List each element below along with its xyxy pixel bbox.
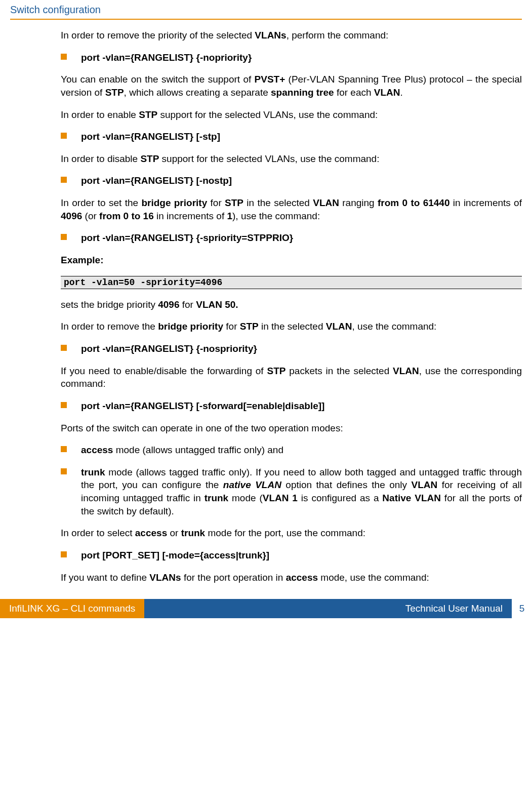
code-example: port -vlan=50 -spriority=4096 [61, 276, 522, 289]
paragraph: In order to remove the bridge priority f… [61, 320, 522, 333]
bullet-icon [61, 133, 67, 139]
mode-text: access mode (allows untagged traffic onl… [81, 444, 283, 457]
bullet-icon [61, 402, 67, 408]
paragraph: Ports of the switch can operate in one o… [61, 422, 522, 435]
paragraph: You can enable on the switch the support… [61, 73, 522, 99]
command-text: port -vlan={RANGELIST} [-sforward[=enabl… [81, 399, 324, 413]
command-item: port -vlan={RANGELIST} [-nostp] [61, 174, 522, 187]
command-item: port -vlan={RANGELIST} [-stp] [61, 130, 522, 143]
paragraph: In order to set the bridge priority for … [61, 196, 522, 222]
command-text: port -vlan={RANGELIST} [-stp] [81, 130, 220, 143]
footer-doc-title: InfiLINK XG – CLI commands [0, 599, 144, 618]
paragraph: If you need to enable/disable the forwar… [61, 365, 522, 390]
command-item: port -vlan={RANGELIST} {-spriority=STPPR… [61, 231, 522, 245]
bullet-icon [61, 54, 67, 60]
paragraph: In order to remove the priority of the s… [61, 29, 522, 42]
mode-item-trunk: trunk mode (allows tagged traffic only).… [61, 466, 522, 518]
command-text: port -vlan={RANGELIST} [-nostp] [81, 174, 232, 187]
bullet-icon [61, 177, 67, 183]
command-item: port -vlan={RANGELIST} {-nospriority} [61, 342, 522, 355]
paragraph: In order to disable STP support for the … [61, 152, 522, 166]
bullet-icon [61, 468, 67, 474]
command-text: port -vlan={RANGELIST} {-nopriority} [81, 51, 252, 64]
paragraph: In order to select access or trunk mode … [61, 527, 522, 540]
command-text: port -vlan={RANGELIST} {-nospriority} [81, 342, 257, 355]
paragraph: sets the bridge priority 4096 for VLAN 5… [61, 298, 522, 311]
bullet-icon [61, 345, 67, 351]
command-item: port -vlan={RANGELIST} {-nopriority} [61, 51, 522, 64]
paragraph: If you want to define VLANs for the port… [61, 571, 522, 584]
page-content: In order to remove the priority of the s… [0, 29, 532, 584]
paragraph: In order to enable STP support for the s… [61, 108, 522, 122]
page-footer: InfiLINK XG – CLI commands Technical Use… [0, 599, 532, 618]
mode-item-access: access mode (allows untagged traffic onl… [61, 444, 522, 457]
mode-text: trunk mode (allows tagged traffic only).… [81, 466, 522, 518]
footer-manual-title: Technical User Manual [144, 599, 512, 618]
command-text: port [PORT_SET] [-mode={access|trunk}] [81, 549, 269, 562]
example-label: Example: [61, 254, 522, 267]
bullet-icon [61, 234, 67, 240]
header-rule [10, 19, 522, 20]
page-number: 5 [512, 599, 532, 618]
command-item: port -vlan={RANGELIST} [-sforward[=enabl… [61, 399, 522, 413]
bullet-icon [61, 551, 67, 557]
section-header: Switch configuration [0, 0, 532, 18]
command-text: port -vlan={RANGELIST} {-spriority=STPPR… [81, 231, 293, 245]
bullet-icon [61, 446, 67, 452]
command-item: port [PORT_SET] [-mode={access|trunk}] [61, 549, 522, 562]
